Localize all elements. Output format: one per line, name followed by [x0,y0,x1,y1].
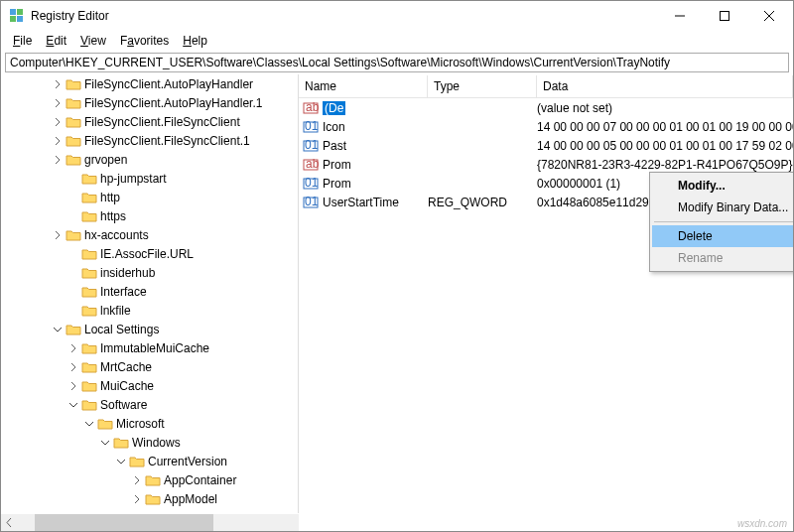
list-view[interactable]: Name Type Data (De(value not set)Icon14 … [299,74,793,513]
window-title: Registry Editor [31,9,657,23]
tree-label: FileSyncClient.FileSyncClient.1 [84,134,250,148]
tree-item-software[interactable]: Software [1,395,298,414]
tree-label: AppModel [164,492,217,506]
tree-label: FileSyncClient.AutoPlayHandler.1 [84,96,262,110]
scroll-left-icon[interactable] [1,514,18,531]
tree-label: Software [100,398,147,412]
tree-label: SyncMgr [180,511,226,514]
tree-item-currentversion[interactable]: CurrentVersion [1,452,298,470]
expander-icon[interactable] [51,153,65,167]
expander-icon[interactable] [51,323,65,336]
app-icon [9,8,25,24]
main-panel: FileSyncClient.AutoPlayHandlerFileSyncCl… [1,74,793,513]
binary-value-icon [303,119,319,135]
menu-help[interactable]: Help [177,32,213,50]
value-name: Past [323,139,346,153]
col-data[interactable]: Data [537,75,793,97]
expander-icon[interactable] [51,115,65,129]
expander-icon[interactable] [51,228,65,242]
menu-file[interactable]: File [7,32,38,50]
col-type[interactable]: Type [428,75,537,97]
menu-edit[interactable]: Edit [40,32,72,50]
tree-item-grvopen[interactable]: grvopen [1,150,298,169]
tree-item-filesyncclient-autoplayhandler[interactable]: FileSyncClient.AutoPlayHandler [1,74,298,93]
folder-icon [97,417,113,431]
tree-item-lnkfile[interactable]: lnkfile [1,301,298,320]
expander-icon [66,172,80,186]
folder-icon [81,379,97,393]
tree-label: CurrentVersion [148,455,227,468]
tree-label: FileSyncClient.FileSyncClient [84,115,240,129]
ctx-delete[interactable]: Delete [652,225,793,247]
expander-icon[interactable] [66,398,80,412]
expander-icon[interactable] [51,77,65,91]
value-row[interactable]: Icon14 00 00 00 07 00 00 00 01 00 01 00 … [299,117,793,136]
expander-icon[interactable] [66,360,80,374]
menu-favorites[interactable]: Favorites [114,32,175,50]
tree-item-hx-accounts[interactable]: hx-accounts [1,225,298,244]
tree-item-https[interactable]: https [1,206,298,225]
expander-icon[interactable] [66,341,80,355]
value-name: Prom [323,158,351,172]
tree-item-interface[interactable]: Interface [1,282,298,301]
tree-item-microsoft[interactable]: Microsoft [1,414,298,433]
expander-icon[interactable] [114,455,128,468]
minimize-button[interactable] [657,2,702,30]
folder-icon [81,360,97,374]
tree-item-ie-assocfile-url[interactable]: IE.AssocFile.URL [1,244,298,263]
expander-icon [66,285,80,299]
tree-item-appcontainer[interactable]: AppContainer [1,470,298,489]
tree-item-http[interactable]: http [1,188,298,206]
folder-icon [81,172,97,186]
value-row[interactable]: Past14 00 00 00 05 00 00 00 01 00 01 00 … [299,136,793,155]
tree-item-windows[interactable]: Windows [1,433,298,452]
horizontal-scrollbar[interactable] [1,514,299,531]
tree-view[interactable]: FileSyncClient.AutoPlayHandlerFileSyncCl… [1,74,299,513]
folder-icon [161,511,177,514]
address-bar[interactable]: Computer\HKEY_CURRENT_USER\Software\Clas… [5,53,789,72]
ctx-separator [654,221,793,222]
tree-item-immutablemuicache[interactable]: ImmutableMuiCache [1,338,298,357]
expander-icon[interactable] [98,436,112,450]
expander-icon[interactable] [130,492,144,506]
tree-item-appmodel[interactable]: AppModel [1,489,298,508]
expander-icon [66,247,80,261]
folder-icon [66,134,81,148]
col-name[interactable]: Name [299,75,428,97]
tree-item-mrtcache[interactable]: MrtCache [1,357,298,376]
value-row[interactable]: (De(value not set) [299,98,793,117]
tree-item-muicache[interactable]: MuiCache [1,376,298,395]
watermark: wsxdn.com [737,518,787,529]
svg-rect-2 [10,16,16,22]
tree-label: MrtCache [100,360,152,374]
scrollbar-thumb[interactable] [35,514,213,531]
maximize-button[interactable] [702,2,746,30]
folder-icon [81,304,97,318]
folder-icon [81,247,97,261]
expander-icon [66,209,80,223]
tree-item-local-settings[interactable]: Local Settings [1,320,298,338]
tree-label: hx-accounts [84,228,149,242]
tree-item-filesyncclient-filesyncclient[interactable]: FileSyncClient.FileSyncClient [1,112,298,131]
string-value-icon [303,100,319,116]
tree-item-insiderhub[interactable]: insiderhub [1,263,298,282]
tree-item-filesyncclient-autoplayhandler-1[interactable]: FileSyncClient.AutoPlayHandler.1 [1,93,298,112]
expander-icon[interactable] [51,96,65,110]
tree-item-filesyncclient-filesyncclient-1[interactable]: FileSyncClient.FileSyncClient.1 [1,131,298,150]
expander-icon[interactable] [130,473,144,487]
folder-icon [66,77,81,91]
ctx-modify[interactable]: Modify... [652,175,793,197]
expander-icon[interactable] [82,417,96,431]
menu-view[interactable]: View [74,32,112,50]
binary-value-icon [303,195,319,210]
folder-icon [145,492,161,506]
ctx-modify-binary[interactable]: Modify Binary Data... [652,197,793,218]
tree-item-syncmgr[interactable]: SyncMgr [1,508,298,513]
expander-icon[interactable] [66,379,80,393]
expander-icon[interactable] [51,134,65,148]
expander-icon [66,266,80,280]
close-button[interactable] [746,2,791,30]
list-header: Name Type Data [299,74,793,98]
folder-icon [129,455,145,468]
tree-item-hp-jumpstart[interactable]: hp-jumpstart [1,169,298,188]
